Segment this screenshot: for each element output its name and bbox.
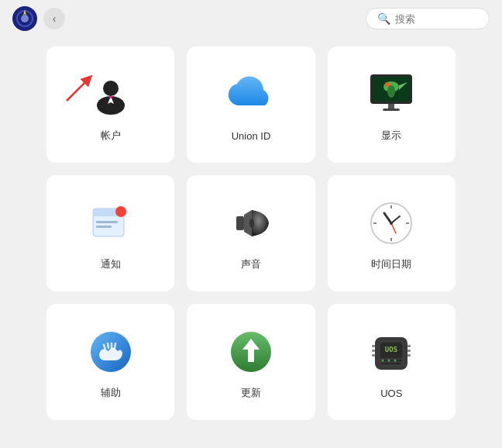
svg-point-15 [385, 82, 390, 87]
svg-point-24 [115, 206, 126, 217]
back-button[interactable]: ‹ [43, 8, 65, 29]
svg-rect-52 [372, 345, 375, 347]
datetime-label: 时间日期 [371, 257, 411, 271]
account-icon-area [86, 70, 136, 119]
update-icon-area [226, 327, 276, 377]
assist-icon [88, 329, 133, 374]
grid-item-datetime[interactable]: 时间日期 [328, 175, 456, 291]
svg-rect-17 [388, 104, 394, 109]
svg-rect-53 [372, 350, 375, 352]
union-id-label: Union ID [232, 130, 271, 142]
cloud-icon [228, 76, 274, 116]
search-bar[interactable]: 🔍 [366, 8, 490, 29]
account-icon [89, 73, 132, 116]
svg-point-49 [382, 359, 384, 361]
grid-item-union-id[interactable]: Union ID [187, 47, 315, 163]
notification-icon-area [86, 198, 136, 248]
app-header: ‹ 🔍 [0, 0, 502, 37]
svg-point-50 [388, 359, 390, 361]
notification-icon [88, 201, 133, 246]
grid-item-display[interactable]: 显示 [328, 47, 456, 163]
account-label: 帐户 [101, 129, 121, 143]
svg-point-2 [21, 15, 29, 22]
grid-item-notification[interactable]: 通知 [46, 175, 174, 291]
svg-rect-55 [407, 345, 411, 347]
svg-line-41 [115, 343, 115, 348]
uos-label: UOS [380, 388, 402, 399]
svg-line-39 [108, 343, 108, 348]
chevron-left-icon: ‹ [53, 12, 57, 25]
display-label: 显示 [381, 129, 401, 143]
grid-item-account[interactable]: 帐户 [46, 47, 174, 163]
assist-icon-area [86, 327, 136, 377]
datetime-icon-area [366, 198, 416, 248]
grid-item-update[interactable]: 更新 [187, 304, 315, 420]
svg-rect-57 [407, 354, 411, 357]
header-left: ‹ [12, 6, 65, 31]
settings-grid: 帐户 Union ID [0, 37, 502, 429]
update-label: 更新 [241, 386, 261, 400]
svg-point-16 [387, 85, 395, 98]
uos-icon-area: UOS [366, 329, 416, 378]
sound-icon [229, 201, 273, 246]
search-input[interactable] [395, 13, 473, 25]
assist-label: 辅助 [101, 386, 121, 400]
grid-item-assist[interactable]: 辅助 [46, 304, 174, 420]
monitor-icon [367, 73, 415, 116]
svg-point-7 [103, 81, 119, 96]
svg-rect-56 [407, 350, 411, 352]
svg-line-9 [67, 79, 88, 101]
sound-label: 声音 [241, 257, 261, 271]
svg-rect-54 [372, 354, 375, 357]
svg-rect-26 [236, 216, 244, 230]
uos-icon: UOS [369, 331, 414, 376]
grid-item-sound[interactable]: 声音 [187, 175, 315, 291]
search-icon: 🔍 [377, 12, 390, 25]
svg-point-27 [249, 219, 254, 228]
display-icon-area [366, 70, 416, 119]
clock-icon [369, 201, 414, 246]
svg-rect-23 [96, 226, 112, 228]
upload-icon [229, 329, 273, 374]
svg-rect-18 [383, 109, 400, 111]
notification-label: 通知 [101, 257, 121, 271]
svg-point-36 [390, 222, 393, 225]
grid-item-uos[interactable]: UOS UOS [328, 304, 456, 420]
svg-point-51 [394, 359, 397, 361]
svg-rect-22 [96, 221, 118, 223]
app-logo [12, 6, 37, 31]
union-id-icon-area [226, 71, 276, 121]
sound-icon-area [226, 198, 276, 248]
svg-text:UOS: UOS [385, 346, 397, 353]
